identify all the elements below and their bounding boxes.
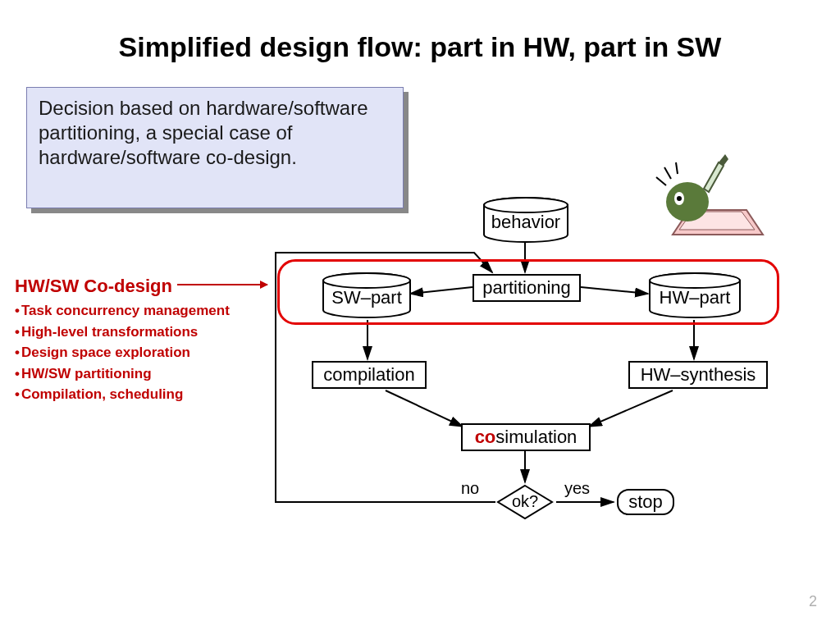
sw-part-node: SW–part — [322, 272, 412, 318]
compilation-node: compilation — [312, 361, 427, 389]
partitioning-node: partitioning — [472, 274, 581, 302]
flowchart: behavior partitioning SW–part HW–part co… — [246, 197, 820, 591]
page-number: 2 — [809, 593, 817, 610]
svg-line-6 — [664, 167, 671, 179]
behavior-node: behavior — [482, 197, 569, 243]
codesign-item: Compilation, scheduling — [15, 384, 261, 405]
hw-part-node: HW–part — [648, 272, 742, 318]
codesign-item: Design space exploration — [15, 342, 261, 363]
svg-line-13 — [386, 390, 463, 427]
svg-line-7 — [676, 162, 678, 174]
cosimulation-node: cosimulation — [461, 423, 591, 451]
ok-decision: ok? — [496, 484, 554, 520]
codesign-list: HW/SW Co-design Task concurrency managem… — [15, 276, 261, 405]
behavior-label: behavior — [482, 212, 569, 233]
callout-box: Decision based on hardware/software part… — [26, 87, 404, 208]
simulation-label: simulation — [495, 427, 577, 448]
hw-synthesis-node: HW–synthesis — [628, 361, 768, 389]
svg-point-22 — [650, 273, 740, 288]
svg-line-14 — [589, 390, 673, 427]
stop-node: stop — [617, 489, 674, 515]
svg-point-20 — [323, 273, 410, 288]
ok-label: ok? — [496, 492, 554, 511]
co-prefix: co — [475, 427, 496, 448]
svg-line-5 — [656, 177, 666, 185]
hw-part-label: HW–part — [648, 287, 742, 308]
flow-connectors — [246, 197, 820, 591]
svg-point-18 — [484, 198, 568, 212]
codesign-item: Task concurrency management — [15, 300, 261, 322]
codesign-item: High-level transformations — [15, 322, 261, 343]
codesign-item: HW/SW partitioning — [15, 363, 261, 385]
no-label: no — [461, 479, 479, 498]
sw-part-label: SW–part — [322, 287, 412, 308]
slide-title: Simplified design flow: part in HW, part… — [0, 31, 840, 63]
yes-label: yes — [564, 479, 590, 498]
codesign-heading: HW/SW Co-design — [15, 276, 261, 297]
